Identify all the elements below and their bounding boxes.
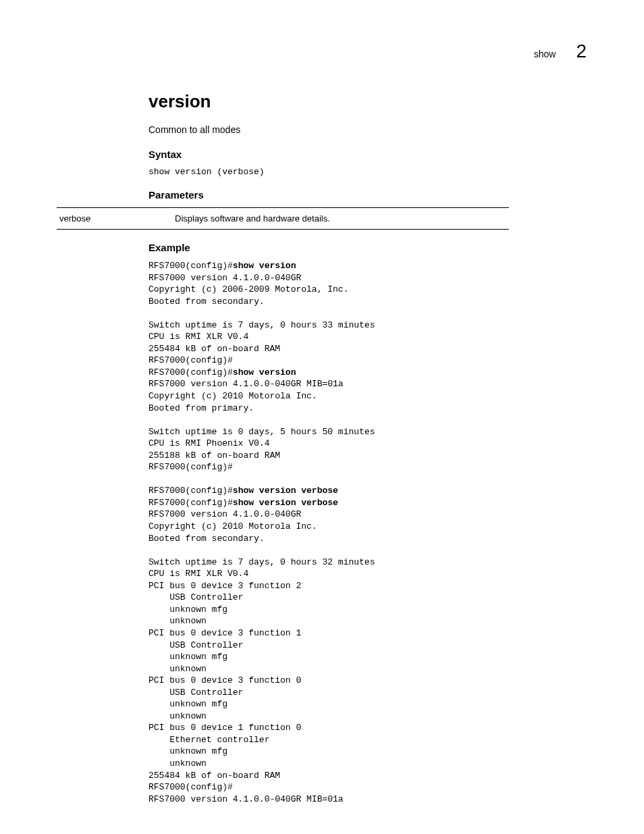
example-command: show version: [233, 367, 296, 377]
command-subtitle: Common to all modes: [149, 124, 581, 135]
example-line: USB Controller: [149, 640, 581, 652]
example-command: show version verbose: [233, 498, 338, 508]
example-prefix: RFS7000(config)#: [149, 367, 233, 377]
example-line: RFS7000(config)#: [149, 781, 581, 793]
example-line: RFS7000(config)#: [149, 355, 581, 367]
example-line: USB Controller: [149, 687, 581, 699]
example-block: RFS7000(config)#show versionRFS7000 vers…: [149, 260, 581, 805]
example-line: USB Controller: [149, 592, 581, 604]
example-line: unknown: [149, 758, 581, 770]
syntax-header: Syntax: [149, 149, 581, 160]
example-line: RFS7000 version 4.1.0.0-040GR MIB=01a: [149, 378, 581, 390]
example-line: CPU is RMI XLR V0.4: [149, 331, 581, 343]
example-line: unknown: [149, 615, 581, 627]
example-line: RFS7000 version 4.1.0.0-040GR: [149, 272, 581, 284]
example-line: Switch uptime is 0 days, 5 hours 50 minu…: [149, 426, 581, 438]
parameters-header: Parameters: [149, 189, 581, 201]
example-line: unknown mfg: [149, 698, 581, 710]
example-line: [149, 414, 581, 426]
example-line: unknown: [149, 663, 581, 675]
example-line: [149, 544, 581, 556]
example-line: Booted from primary.: [149, 402, 581, 415]
example-line: RFS7000(config)#show version: [149, 367, 581, 379]
example-line: CPU is RMI Phoenix V0.4: [149, 438, 581, 450]
parameters-table: verbose Displays software and hardware d…: [57, 207, 509, 230]
example-line: RFS7000 version 4.1.0.0-040GR: [149, 509, 581, 521]
header-section-text: show: [534, 49, 556, 59]
table-row: verbose Displays software and hardware d…: [57, 208, 509, 230]
param-name: verbose: [57, 208, 175, 230]
example-line: RFS7000(config)#: [149, 461, 581, 473]
example-line: 255188 kB of on-board RAM: [149, 450, 581, 462]
example-command: show version: [233, 261, 296, 271]
syntax-code: show version (verbose): [149, 167, 581, 177]
header-chapter-number: 2: [576, 41, 587, 62]
example-line: RFS7000 version 4.1.0.0-040GR MIB=01a: [149, 793, 581, 806]
example-line: Switch uptime is 7 days, 0 hours 33 minu…: [149, 319, 581, 332]
example-line: PCI bus 0 device 3 function 0: [149, 675, 581, 687]
param-description: Displays software and hardware details.: [175, 208, 509, 230]
example-line: Copyright (c) 2010 Motorola Inc.: [149, 521, 581, 533]
example-line: Copyright (c) 2006-2009 Motorola, Inc.: [149, 284, 581, 296]
example-line: unknown: [149, 710, 581, 723]
example-line: PCI bus 0 device 3 function 1: [149, 627, 581, 640]
example-line: [149, 473, 581, 486]
example-line: PCI bus 0 device 3 function 2: [149, 580, 581, 592]
example-line: CPU is RMI XLR V0.4: [149, 568, 581, 580]
example-line: RFS7000(config)#show version verbose: [149, 485, 581, 497]
example-line: unknown mfg: [149, 746, 581, 758]
example-line: PCI bus 0 device 1 function 0: [149, 722, 581, 734]
example-line: Copyright (c) 2010 Motorola Inc.: [149, 390, 581, 402]
example-prefix: RFS7000(config)#: [149, 261, 233, 271]
example-prefix: RFS7000(config)#: [149, 486, 233, 496]
example-line: unknown mfg: [149, 651, 581, 663]
example-line: Switch uptime is 7 days, 0 hours 32 minu…: [149, 556, 581, 569]
example-line: Booted from secondary.: [149, 296, 581, 308]
example-line: Booted from secondary.: [149, 533, 581, 545]
example-line: 255484 kB of on-board RAM: [149, 343, 581, 355]
example-line: RFS7000(config)#show version verbose: [149, 497, 581, 509]
example-line: Ethernet controller: [149, 734, 581, 746]
example-prefix: RFS7000(config)#: [149, 498, 233, 508]
example-header: Example: [149, 242, 581, 253]
example-line: unknown mfg: [149, 604, 581, 616]
example-command: show version verbose: [233, 486, 338, 496]
page-content: version Common to all modes Syntax show …: [149, 91, 581, 805]
example-line: [149, 307, 581, 319]
example-line: RFS7000(config)#show version: [149, 260, 581, 272]
page-header: show 2: [534, 41, 587, 62]
command-title: version: [149, 91, 581, 112]
example-line: 255484 kB of on-board RAM: [149, 770, 581, 782]
